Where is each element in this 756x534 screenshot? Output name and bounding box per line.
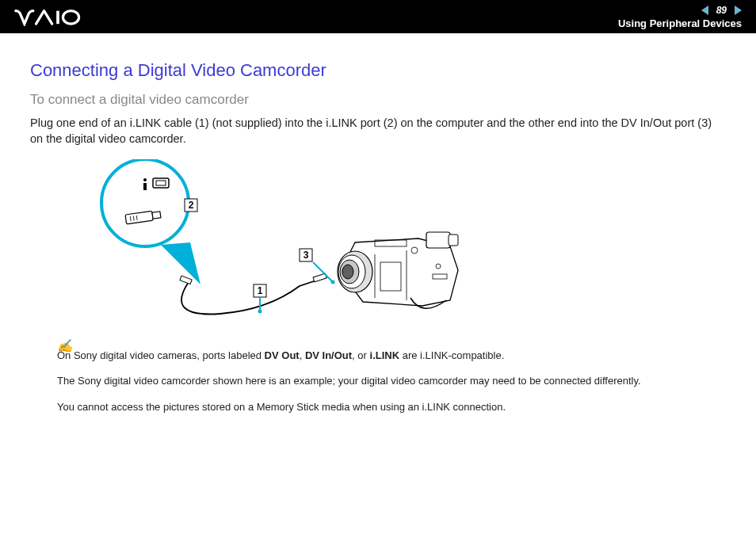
page-header: 89 Using Peripheral Devices — [0, 0, 756, 33]
svg-point-19 — [331, 280, 335, 284]
svg-rect-26 — [449, 235, 458, 246]
svg-rect-25 — [426, 232, 450, 248]
svg-point-16 — [258, 310, 262, 314]
connection-diagram: 2 1 3 — [62, 159, 506, 326]
callout-2-label: 2 — [189, 200, 194, 211]
prev-page-arrow[interactable] — [701, 6, 708, 15]
note-line-2: The Sony digital video camcorder shown h… — [57, 374, 710, 388]
svg-point-24 — [342, 265, 353, 279]
page-content: Connecting a Digital Video Camcorder To … — [0, 33, 756, 414]
vaio-logo — [14, 7, 101, 26]
notes-section: ✍ On Sony digital video cameras, ports l… — [57, 338, 710, 414]
svg-rect-13 — [180, 276, 192, 284]
callout-1-label: 1 — [258, 285, 263, 296]
note-bold: DV In/Out — [305, 349, 352, 361]
svg-point-2 — [101, 159, 189, 246]
note-line-3: You cannot access the pictures stored on… — [57, 400, 710, 414]
note-bold: i.LINK — [370, 349, 400, 361]
instruction-text: Plug one end of an i.LINK cable (1) (not… — [30, 116, 726, 147]
camcorder-illustration — [338, 232, 458, 308]
page-title: Connecting a Digital Video Camcorder — [30, 60, 726, 81]
callout-3-label: 3 — [304, 250, 309, 261]
note-text: , or — [352, 349, 369, 361]
svg-point-1 — [63, 11, 78, 25]
svg-rect-8 — [152, 212, 161, 219]
page-navigator: 89 — [701, 5, 742, 16]
section-label: Using Peripheral Devices — [618, 17, 742, 29]
note-text: On Sony digital video cameras, ports lab… — [57, 349, 265, 361]
note-text: are i.LINK-compatible. — [399, 349, 504, 361]
note-bold: DV Out — [265, 349, 300, 361]
svg-rect-0 — [56, 11, 59, 25]
note-line-1: On Sony digital video cameras, ports lab… — [57, 349, 710, 363]
svg-rect-4 — [143, 183, 147, 190]
note-text: , — [300, 349, 305, 361]
header-nav: 89 Using Peripheral Devices — [618, 5, 742, 29]
svg-point-3 — [143, 178, 147, 181]
page-subtitle: To connect a digital video camcorder — [30, 92, 726, 108]
next-page-arrow[interactable] — [735, 6, 742, 15]
page-number: 89 — [712, 5, 731, 16]
